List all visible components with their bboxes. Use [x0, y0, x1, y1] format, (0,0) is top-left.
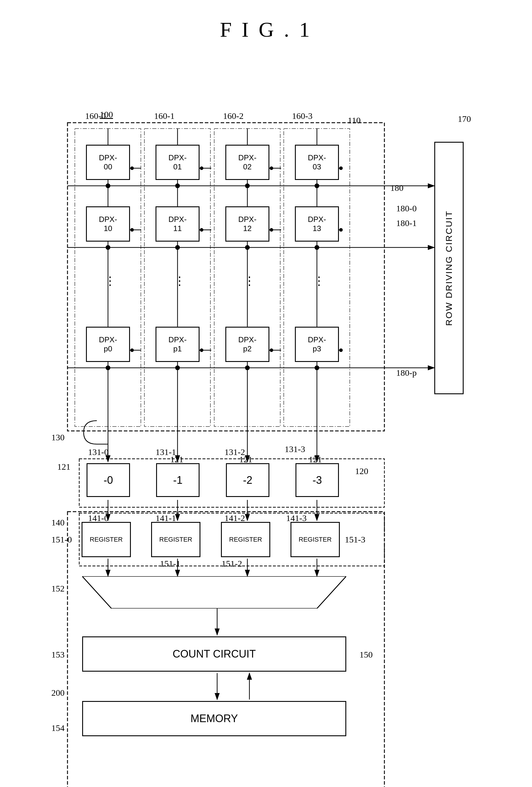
label-152: 152 [51, 583, 65, 594]
label-110: 110 [348, 115, 361, 125]
label-160-1: 160-1 [154, 111, 175, 121]
dots-col0: ⋮ [104, 274, 117, 288]
svg-point-44 [339, 166, 343, 170]
dpx-02: DPX-02 [225, 145, 269, 180]
label-121-1: 121 [170, 454, 183, 464]
label-151-2: 151-2 [222, 559, 242, 569]
dpx-01: DPX-01 [156, 145, 200, 180]
adc-3: -3 [295, 463, 339, 497]
svg-point-38 [200, 166, 203, 170]
label-180-0: 180-0 [396, 204, 417, 213]
dots-col1: ⋮ [174, 274, 186, 288]
mux-shape [82, 576, 346, 609]
adc-1: -1 [156, 463, 200, 497]
svg-point-41 [270, 166, 273, 170]
dpx-p0: DPX-p0 [86, 327, 130, 362]
svg-point-28 [245, 245, 250, 250]
dpx-03: DPX-03 [295, 145, 339, 180]
svg-point-32 [245, 365, 250, 370]
label-153: 153 [51, 650, 65, 660]
memory-box: MEMORY [82, 701, 346, 736]
label-180-p: 180-p [396, 368, 417, 378]
label-121-main: 121 [57, 462, 70, 472]
count-circuit-box: COUNT CIRCUIT [82, 636, 346, 672]
svg-point-52 [270, 228, 273, 232]
label-121-3: 121 [309, 454, 322, 464]
label-160-0: 160-0 [85, 111, 106, 121]
dpx-11: DPX-11 [156, 206, 200, 241]
dpx-10: DPX-10 [86, 206, 130, 241]
label-141-3: 141-3 [286, 513, 307, 523]
dpx-13: DPX-13 [295, 206, 339, 241]
label-120: 120 [355, 466, 368, 476]
svg-point-24 [245, 184, 250, 188]
svg-marker-84 [82, 576, 346, 609]
dpx-12: DPX-12 [225, 206, 269, 241]
adc-0: -0 [87, 463, 130, 497]
svg-point-33 [315, 365, 319, 370]
svg-point-55 [339, 228, 343, 232]
label-151-1: 151-1 [160, 559, 180, 569]
svg-point-29 [315, 245, 319, 250]
dpx-p2: DPX-p2 [225, 327, 269, 362]
register-2: REGISTER [221, 522, 270, 557]
row-driving-circuit-box: ROW DRIVING CIRCUIT [434, 142, 464, 394]
label-141-0: 141-0 [88, 513, 109, 523]
svg-point-49 [200, 228, 203, 232]
svg-point-60 [200, 348, 203, 352]
label-170: 170 [458, 114, 471, 124]
svg-point-26 [106, 245, 110, 250]
dots-col2: ⋮ [244, 274, 256, 288]
label-150: 150 [359, 650, 373, 660]
label-121-2: 121 [239, 454, 252, 464]
dpx-00: DPX-00 [86, 145, 130, 180]
figure-title: F I G . 1 [0, 0, 532, 42]
svg-point-35 [130, 166, 134, 170]
dpx-p3: DPX-p3 [295, 327, 339, 362]
svg-point-66 [339, 348, 343, 352]
label-131-0: 131-0 [88, 447, 109, 457]
svg-point-27 [175, 245, 180, 250]
svg-point-25 [315, 184, 319, 188]
adc-2: -2 [226, 463, 269, 497]
label-180: 180 [390, 183, 403, 193]
label-140: 140 [51, 517, 65, 528]
label-151-0: 151-0 [51, 535, 72, 545]
label-131-3: 131-3 [285, 444, 305, 454]
label-160-3: 160-3 [292, 111, 312, 121]
label-141-1: 141-1 [156, 513, 176, 523]
register-0: REGISTER [82, 522, 131, 557]
register-3: REGISTER [290, 522, 340, 557]
label-154: 154 [51, 723, 65, 733]
dots-col3: ⋮ [313, 274, 326, 288]
label-160-2: 160-2 [223, 111, 244, 121]
label-130: 130 [51, 432, 65, 442]
diagram-container: 100 160-0 160-1 160-2 160-3 110 170 ROW … [0, 60, 532, 787]
label-141-2: 141-2 [224, 513, 245, 523]
svg-point-31 [175, 365, 180, 370]
svg-point-30 [106, 365, 110, 370]
label-151-3: 151-3 [345, 535, 365, 545]
svg-point-22 [106, 184, 110, 188]
label-200: 200 [51, 688, 65, 698]
svg-point-23 [175, 184, 180, 188]
register-1: REGISTER [151, 522, 200, 557]
svg-point-46 [130, 228, 134, 232]
dpx-p1: DPX-p1 [156, 327, 200, 362]
svg-point-63 [270, 348, 273, 352]
label-180-1: 180-1 [396, 218, 417, 228]
svg-point-57 [130, 348, 134, 352]
